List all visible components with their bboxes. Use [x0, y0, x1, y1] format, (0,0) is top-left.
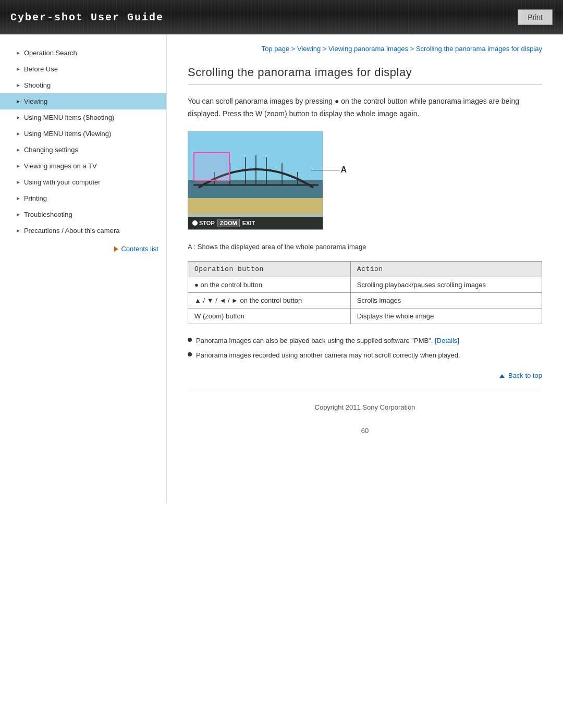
sidebar-item-2[interactable]: ►Shooting — [0, 77, 166, 93]
sidebar-item-label: Using MENU items (Shooting) — [24, 114, 114, 121]
panorama-image-container: STOP ZOOM EXIT A — [188, 131, 323, 230]
table-cell-button-2: W (zoom) button — [188, 308, 351, 324]
sidebar-arrow-icon: ► — [16, 50, 21, 56]
table-cell-action-2: Displays the whole image — [350, 308, 542, 324]
arrow-right-icon — [114, 246, 118, 252]
exit-control: EXIT — [242, 220, 255, 226]
stop-control: STOP — [192, 220, 215, 226]
note-bullet-icon — [188, 338, 192, 342]
header: Cyber-shot User Guide Print — [0, 0, 563, 34]
sidebar-item-3[interactable]: ►Viewing — [0, 93, 166, 109]
sidebar-item-label: Printing — [24, 194, 47, 202]
sidebar-arrow-icon: ► — [16, 179, 21, 185]
label-a-line — [311, 170, 339, 170]
sidebar-arrow-icon: ► — [16, 147, 21, 153]
table-row-2: W (zoom) button Displays the whole image — [188, 308, 542, 324]
triangle-up-icon — [499, 374, 505, 378]
breadcrumb-top[interactable]: Top page — [262, 45, 290, 53]
back-to-top-link[interactable]: Back to top — [499, 372, 542, 379]
sidebar: ►Operation Search►Before Use►Shooting►Vi… — [0, 34, 167, 503]
sidebar-item-9[interactable]: ►Printing — [0, 190, 166, 206]
panorama-image: STOP ZOOM EXIT — [188, 131, 323, 230]
back-to-top: Back to top — [188, 372, 542, 379]
table-cell-button-1: ▲ / ▼ / ◄ / ► on the control button — [188, 292, 351, 308]
sidebar-item-label: Using with your computer — [24, 178, 101, 186]
back-to-top-label: Back to top — [508, 372, 542, 379]
sidebar-item-0[interactable]: ►Operation Search — [0, 45, 166, 61]
table-row-1: ▲ / ▼ / ◄ / ► on the control button Scro… — [188, 292, 542, 308]
sidebar-item-label: Before Use — [24, 65, 58, 73]
sidebar-arrow-icon: ► — [16, 115, 21, 120]
app-title: Cyber-shot User Guide — [10, 11, 164, 23]
sidebar-arrow-icon: ► — [16, 212, 21, 217]
sidebar-item-8[interactable]: ►Using with your computer — [0, 174, 166, 190]
sidebar-item-7[interactable]: ►Viewing images on a TV — [0, 158, 166, 174]
table-cell-button-0: ● on the control button — [188, 277, 351, 292]
note-text-1: Panorama images recorded using another c… — [196, 349, 460, 361]
contents-list-label: Contents list — [121, 245, 158, 253]
sidebar-item-label: Viewing images on a TV — [24, 162, 97, 170]
sidebar-item-label: Using MENU items (Viewing) — [24, 130, 111, 138]
sidebar-item-label: Changing settings — [24, 146, 78, 154]
page-title: Scrolling the panorama images for displa… — [188, 66, 542, 85]
table-cell-action-1: Scrolls images — [350, 292, 542, 308]
operation-table: Operation button Action ● on the control… — [188, 261, 542, 324]
label-a-text: A — [340, 165, 347, 175]
stop-label: STOP — [199, 220, 215, 226]
zoom-control: ZOOM — [217, 219, 240, 227]
sidebar-arrow-icon: ► — [16, 131, 21, 137]
table-col2-header: Action — [350, 261, 542, 277]
sidebar-item-1[interactable]: ►Before Use — [0, 61, 166, 77]
breadcrumb: Top page > Viewing > Viewing panorama im… — [188, 45, 542, 53]
sidebar-item-6[interactable]: ►Changing settings — [0, 142, 166, 158]
print-button[interactable]: Print — [518, 9, 553, 25]
table-col1-header: Operation button — [188, 261, 351, 277]
breadcrumb-current: Scrolling the panorama images for displa… — [416, 45, 542, 53]
page-number: 60 — [188, 427, 542, 435]
label-a-container: A — [311, 165, 347, 175]
sidebar-item-11[interactable]: ►Precautions / About this camera — [0, 223, 166, 239]
breadcrumb-viewing[interactable]: Viewing — [297, 45, 321, 53]
sidebar-item-label: Viewing — [24, 97, 47, 105]
footer-separator — [188, 390, 542, 390]
sidebar-item-label: Troubleshooting — [24, 211, 72, 218]
sidebar-item-4[interactable]: ►Using MENU items (Shooting) — [0, 109, 166, 126]
sidebar-item-5[interactable]: ►Using MENU items (Viewing) — [0, 126, 166, 142]
table-row-0: ● on the control button Scrolling playba… — [188, 277, 542, 292]
note-item-0: Panorama images can also be played back … — [188, 335, 542, 347]
image-caption: A : Shows the displayed area of the whol… — [188, 243, 542, 251]
sidebar-item-label: Operation Search — [24, 49, 77, 57]
sidebar-arrow-icon: ► — [16, 66, 21, 72]
main-content: Top page > Viewing > Viewing panorama im… — [167, 34, 563, 503]
description-text: You can scroll panorama images by pressi… — [188, 95, 542, 120]
note-bullet-icon — [188, 352, 192, 356]
sidebar-arrow-icon: ► — [16, 195, 21, 201]
sidebar-arrow-icon: ► — [16, 98, 21, 104]
viewfinder-box — [193, 152, 230, 181]
note-link-0[interactable]: [Details] — [435, 337, 459, 344]
control-bar: STOP ZOOM EXIT — [188, 217, 323, 229]
sidebar-arrow-icon: ► — [16, 228, 21, 233]
sidebar-arrow-icon: ► — [16, 82, 21, 88]
notes-section: Panorama images can also be played back … — [188, 335, 542, 362]
sidebar-item-10[interactable]: ►Troubleshooting — [0, 206, 166, 223]
note-item-1: Panorama images recorded using another c… — [188, 349, 542, 361]
svg-rect-2 — [188, 198, 323, 214]
breadcrumb-viewing-panorama[interactable]: Viewing panorama images — [328, 45, 408, 53]
sidebar-item-label: Shooting — [24, 81, 51, 89]
sidebar-arrow-icon: ► — [16, 163, 21, 169]
contents-list-link[interactable]: Contents list — [0, 239, 166, 257]
stop-dot-icon — [192, 220, 198, 226]
sidebar-item-label: Precautions / About this camera — [24, 227, 120, 235]
table-cell-action-0: Scrolling playback/pauses scrolling imag… — [350, 277, 542, 292]
note-text-0: Panorama images can also be played back … — [196, 335, 459, 347]
footer-text: Copyright 2011 Sony Corporation — [188, 398, 542, 416]
page-layout: ►Operation Search►Before Use►Shooting►Vi… — [0, 34, 563, 503]
